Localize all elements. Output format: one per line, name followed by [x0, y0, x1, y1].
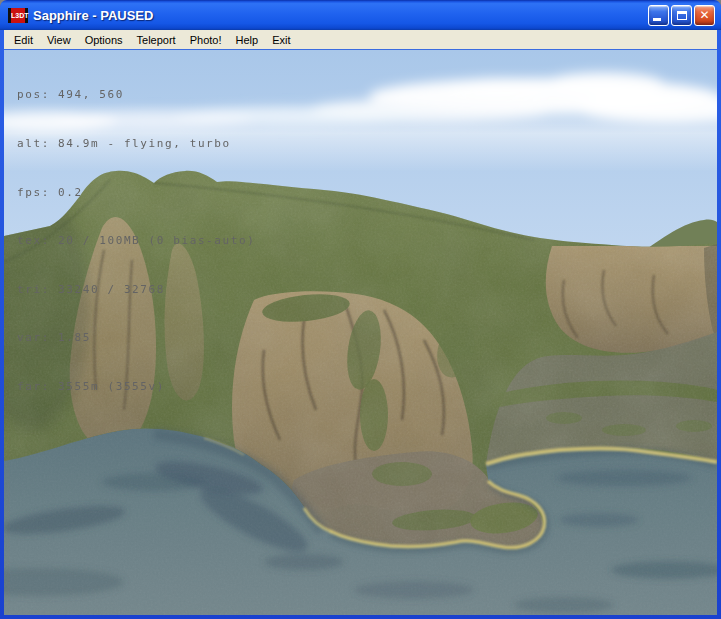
menu-item-view[interactable]: View [40, 32, 78, 48]
menubar: Edit View Options Teleport Photo! Help E… [4, 30, 717, 50]
minimize-icon [653, 18, 661, 21]
hud-alt: alt: 84.9m - flying, turbo [17, 136, 255, 152]
minimize-button[interactable] [648, 5, 669, 26]
close-button[interactable]: ✕ [694, 5, 715, 26]
menu-item-edit[interactable]: Edit [7, 32, 40, 48]
hud-tex: tex: 20 / 100MB (0 bias-auto) [17, 233, 255, 249]
maximize-icon [677, 11, 687, 20]
hud-pos: pos: 494, 560 [17, 87, 255, 103]
menu-item-help[interactable]: Help [229, 32, 266, 48]
titlebar[interactable]: L3DT Sapphire - PAUSED ✕ [0, 0, 721, 30]
hud-var: var: 1.85 [17, 330, 255, 346]
hud-fps: fps: 0.2 [17, 185, 255, 201]
terrain-viewport[interactable]: pos: 494, 560 alt: 84.9m - flying, turbo… [4, 50, 717, 615]
menu-item-options[interactable]: Options [78, 32, 130, 48]
hud-far: far: 3555m (3555v) [17, 379, 255, 395]
app-icon[interactable]: L3DT [8, 8, 28, 23]
hud-overlay: pos: 494, 560 alt: 84.9m - flying, turbo… [17, 55, 255, 428]
hud-tri: tri: 33240 / 32768 [17, 282, 255, 298]
app-window: L3DT Sapphire - PAUSED ✕ Edit View Optio… [0, 0, 721, 619]
menu-item-exit[interactable]: Exit [265, 32, 297, 48]
menu-item-photo[interactable]: Photo! [183, 32, 229, 48]
window-title: Sapphire - PAUSED [33, 8, 648, 23]
window-controls: ✕ [648, 5, 715, 26]
maximize-button[interactable] [671, 5, 692, 26]
menu-item-teleport[interactable]: Teleport [130, 32, 183, 48]
